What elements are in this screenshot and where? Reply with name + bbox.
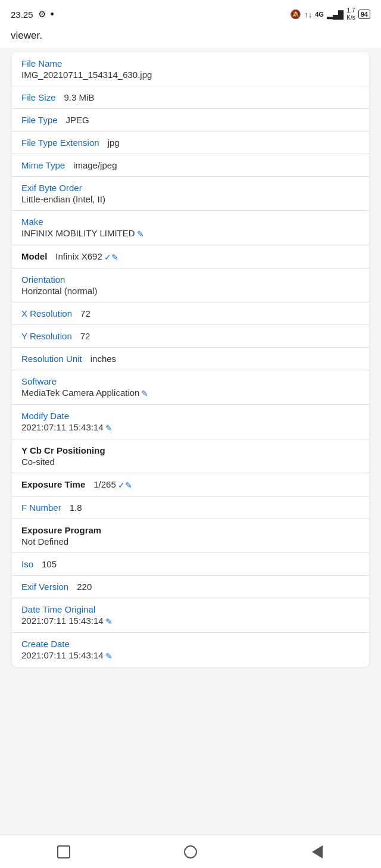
exif-row-exposure-time: Exposure Time 1/265✓✎ <box>12 473 369 497</box>
exif-label-iso: Iso <box>21 559 33 569</box>
exif-label-file-type-ext: File Type Extension <box>21 138 99 148</box>
exif-value-file-size: 9.3 MiB <box>64 92 95 102</box>
nav-back-button[interactable] <box>299 839 335 865</box>
time-display: 23.25 <box>11 10 33 20</box>
signal-icon: ↑↓ <box>304 10 312 19</box>
edit-icon-model[interactable]: ✓✎ <box>104 252 118 262</box>
exif-value-exif-version: 220 <box>77 582 92 592</box>
exif-row-file-type-ext: File Type Extension jpg <box>12 132 369 154</box>
exif-value-orientation: Horizontal (normal) <box>21 286 360 296</box>
edit-icon-make[interactable]: ✎ <box>137 229 144 239</box>
bell-mute-icon: 🔕 <box>290 9 301 20</box>
exif-row-resolution-unit: Resolution Unit inches <box>12 348 369 370</box>
status-right: 🔕 ↑↓ 4G ▂▄█ 1.7K/s 94 <box>290 7 370 21</box>
bottom-nav <box>0 835 381 868</box>
exif-row-file-name: File Name IMG_20210711_154314_630.jpg <box>12 52 369 86</box>
exif-value-model: Infinix X692✓✎ <box>55 251 118 262</box>
exif-value-y-resolution: 72 <box>80 331 90 341</box>
exif-label-exposure-time: Exposure Time <box>21 479 85 489</box>
exif-value-create-date: 2021:07:11 15:43:14✎ <box>21 650 360 661</box>
nav-home-button[interactable] <box>173 839 208 865</box>
app-title: viewer. <box>11 30 42 41</box>
exif-row-modify-date: Modify Date 2021:07:11 15:43:14✎ <box>12 405 369 439</box>
exif-label-software: Software <box>21 376 360 386</box>
exif-label-model: Model <box>21 251 47 261</box>
exif-row-date-time-original: Date Time Original 2021:07:11 15:43:14✎ <box>12 598 369 633</box>
nav-recent-button[interactable] <box>46 839 82 865</box>
exif-label-exif-byte-order: Exif Byte Order <box>21 183 360 193</box>
exif-label-file-type: File Type <box>21 115 58 125</box>
exif-label-date-time-original: Date Time Original <box>21 604 360 614</box>
exif-value-file-type-ext: jpg <box>108 138 120 148</box>
back-icon <box>312 845 323 858</box>
exif-label-file-name: File Name <box>21 58 360 68</box>
gear-icon: ⚙ <box>38 9 46 20</box>
exif-row-x-resolution: X Resolution 72 <box>12 302 369 325</box>
exif-value-make: INFINIX MOBILITY LIMITED✎ <box>21 228 360 239</box>
exif-row-file-size: File Size 9.3 MiB <box>12 86 369 109</box>
exif-label-modify-date: Modify Date <box>21 411 360 421</box>
exif-label-f-number: F Number <box>21 502 61 513</box>
exif-value-date-time-original: 2021:07:11 15:43:14✎ <box>21 616 360 626</box>
exif-label-ycbcr-positioning: Y Cb Cr Positioning <box>21 445 360 455</box>
exif-row-make: Make INFINIX MOBILITY LIMITED✎ <box>12 211 369 245</box>
exif-card: File Name IMG_20210711_154314_630.jpg Fi… <box>12 52 369 667</box>
exif-row-exif-byte-order: Exif Byte Order Little-endian (Intel, II… <box>12 177 369 211</box>
exif-value-exif-byte-order: Little-endian (Intel, II) <box>21 194 360 204</box>
exif-value-x-resolution: 72 <box>80 308 90 319</box>
exif-label-exposure-program: Exposure Program <box>21 525 360 535</box>
network-type: 4G <box>315 11 324 18</box>
exif-row-f-number: F Number 1.8 <box>12 497 369 519</box>
exif-value-resolution-unit: inches <box>90 354 116 364</box>
exif-label-create-date: Create Date <box>21 639 360 649</box>
exif-row-mime-type: Mime Type image/jpeg <box>12 154 369 177</box>
square-icon <box>57 845 70 858</box>
edit-icon-create-date[interactable]: ✎ <box>105 651 113 661</box>
exif-row-iso: Iso 105 <box>12 553 369 576</box>
speed-display: 1.7K/s <box>346 7 355 21</box>
exif-row-exposure-program: Exposure Program Not Defined <box>12 519 369 553</box>
circle-icon <box>184 845 197 858</box>
exif-value-exposure-program: Not Defined <box>21 536 360 547</box>
exif-label-file-size: File Size <box>21 92 56 102</box>
exif-row-software: Software MediaTek Camera Application✎ <box>12 370 369 405</box>
signal-bars-icon: ▂▄█ <box>327 10 343 19</box>
exif-label-resolution-unit: Resolution Unit <box>21 354 82 364</box>
exif-row-model: Model Infinix X692✓✎ <box>12 245 369 268</box>
dot-indicator: • <box>51 9 54 20</box>
exif-label-mime-type: Mime Type <box>21 160 65 170</box>
edit-icon-modify-date[interactable]: ✎ <box>105 423 113 433</box>
status-bar: 23.25 ⚙ • 🔕 ↑↓ 4G ▂▄█ 1.7K/s 94 <box>0 0 381 26</box>
exif-value-mime-type: image/jpeg <box>73 160 117 170</box>
edit-icon-date-time-original[interactable]: ✎ <box>105 617 113 626</box>
exif-value-file-name: IMG_20210711_154314_630.jpg <box>21 70 360 80</box>
exif-label-make: Make <box>21 217 360 227</box>
exif-label-y-resolution: Y Resolution <box>21 331 72 341</box>
exif-value-ycbcr-positioning: Co-sited <box>21 457 360 467</box>
exif-row-y-resolution: Y Resolution 72 <box>12 325 369 348</box>
edit-icon-software[interactable]: ✎ <box>141 389 148 398</box>
exif-value-f-number: 1.8 <box>70 502 82 513</box>
exif-value-exposure-time: 1/265✓✎ <box>93 479 132 490</box>
exif-value-modify-date: 2021:07:11 15:43:14✎ <box>21 422 360 433</box>
exif-row-exif-version: Exif Version 220 <box>12 576 369 598</box>
exif-value-iso: 105 <box>42 559 57 569</box>
status-left: 23.25 ⚙ • <box>11 9 54 20</box>
exif-row-orientation: Orientation Horizontal (normal) <box>12 268 369 302</box>
exif-row-ycbcr-positioning: Y Cb Cr Positioning Co-sited <box>12 439 369 473</box>
exif-value-software: MediaTek Camera Application✎ <box>21 388 360 398</box>
exif-label-orientation: Orientation <box>21 274 360 285</box>
battery-indicator: 94 <box>358 10 370 19</box>
exif-label-x-resolution: X Resolution <box>21 308 72 319</box>
edit-icon-exposure-time[interactable]: ✓✎ <box>118 480 132 490</box>
exif-label-exif-version: Exif Version <box>21 582 68 592</box>
app-bar: viewer. <box>0 26 381 48</box>
exif-row-create-date: Create Date 2021:07:11 15:43:14✎ <box>12 633 369 667</box>
exif-value-file-type: JPEG <box>66 115 89 125</box>
exif-row-file-type: File Type JPEG <box>12 109 369 132</box>
